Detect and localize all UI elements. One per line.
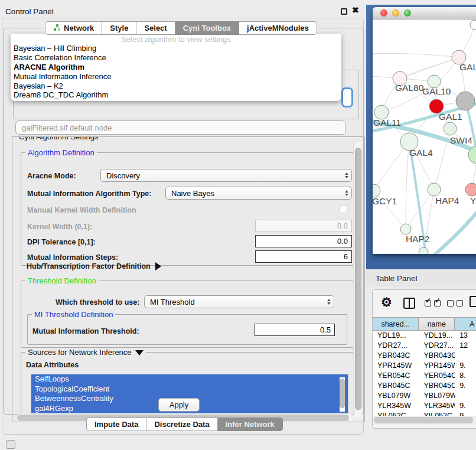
table-header: shared...nameA bbox=[373, 317, 476, 331]
table-cell: YBR043C bbox=[373, 351, 419, 361]
which-threshold-combo[interactable]: MI Threshold bbox=[144, 295, 334, 308]
combo-stepper-focused[interactable] bbox=[341, 87, 353, 107]
dropdown-item-basic-correlation-inference[interactable]: Basic Correlation Inference bbox=[11, 53, 341, 63]
node-label-gal80: GAL80 bbox=[395, 83, 424, 93]
dpi-tolerance-field[interactable] bbox=[255, 235, 352, 247]
settings-vertical-scrollbar[interactable] bbox=[353, 142, 362, 418]
tab-jactivemnodules[interactable]: jActiveMNodules bbox=[239, 21, 317, 35]
tab-style[interactable]: Style bbox=[102, 21, 136, 35]
aracne-mode-combo[interactable]: Discovery bbox=[100, 169, 352, 182]
dropdown-item-bayesian-hill-climbing[interactable]: Bayesian – Hill Climbing bbox=[11, 44, 341, 53]
network-node[interactable] bbox=[470, 20, 476, 30]
minimized-panel-icon[interactable] bbox=[6, 440, 15, 449]
attribute-item-topologicalcoefficient[interactable]: TopologicalCoefficient bbox=[31, 384, 348, 394]
attribute-list-scrollbar[interactable] bbox=[340, 377, 345, 412]
tab-network[interactable]: Network bbox=[45, 21, 102, 35]
minimize-button[interactable] bbox=[392, 9, 399, 17]
float-window-icon[interactable] bbox=[341, 8, 347, 15]
aracne-mode-label: Aracne Mode: bbox=[27, 172, 76, 180]
tab-label: Select bbox=[144, 24, 167, 32]
unchecked-box-icon[interactable] bbox=[457, 300, 463, 306]
dropdown-item-dream8-dc-tdc-algorithm[interactable]: Dream8 DC_TDC Algorithm bbox=[11, 90, 341, 100]
checked-box-icon[interactable]: ✓ bbox=[425, 300, 431, 306]
table-cell: YDL19... bbox=[419, 331, 455, 341]
attribute-item-selfloops[interactable]: SelfLoops bbox=[31, 374, 348, 384]
table-row[interactable]: YER054CYER054C8. bbox=[373, 371, 476, 381]
network-canvas[interactable]: GALGAL80GAL10GAL1GAL11GAL4GCY1HAP4YHAP2S… bbox=[373, 19, 476, 254]
tab-impute-data[interactable]: Impute Data bbox=[86, 418, 146, 431]
mi-threshold-group-title: MI Threshold Definition bbox=[32, 310, 115, 319]
network-node[interactable] bbox=[444, 122, 457, 135]
unchecked-box-icon[interactable] bbox=[447, 300, 454, 306]
app-screen: Control Panel ✖ galFiltered.sif default … bbox=[0, 0, 476, 450]
dropdown-item-mutual-information-inference[interactable]: Mutual Information Inference bbox=[11, 72, 341, 81]
manual-kernel-label: Manual Kernel Width Definition bbox=[27, 206, 136, 214]
table-cell: 8. bbox=[455, 371, 476, 381]
mi-threshold-field[interactable] bbox=[255, 324, 335, 336]
tab-label: Infer Network bbox=[226, 420, 275, 429]
mi-type-combo[interactable]: Naive Bayes bbox=[165, 187, 352, 200]
threshold-definition-title: Threshold Definition bbox=[25, 276, 99, 285]
mi-type-label: Mutual Information Algorithm Type: bbox=[27, 190, 151, 198]
hub-definition-label: Hub/Transcription Factor Definition bbox=[27, 262, 151, 270]
column-header-shared-[interactable]: shared... bbox=[373, 318, 419, 330]
table-cell: YLR345W bbox=[419, 401, 455, 411]
checked-box-icon[interactable]: ✓ bbox=[434, 300, 441, 306]
network-node[interactable] bbox=[456, 92, 475, 110]
columns-icon[interactable] bbox=[403, 298, 415, 309]
network-node-gcy1[interactable] bbox=[373, 184, 380, 197]
table-panel-bar: Table Panel bbox=[365, 269, 476, 287]
table-cell: YER054C bbox=[373, 371, 419, 381]
network-view-window[interactable]: GALGAL80GAL10GAL1GAL11GAL4GCY1HAP4YHAP2S… bbox=[373, 7, 476, 254]
apply-button[interactable]: Apply bbox=[158, 398, 200, 412]
tab-select[interactable]: Select bbox=[136, 21, 175, 35]
network-node[interactable] bbox=[419, 247, 428, 254]
network-selector-combo[interactable]: galFiltered.sif default node bbox=[15, 120, 346, 135]
table-horizontal-scrollbar[interactable] bbox=[373, 416, 476, 424]
table-row[interactable]: YDR27...YDR27...12 bbox=[373, 341, 476, 351]
table-row[interactable]: YPR145WYPR145W9. bbox=[373, 361, 476, 371]
close-icon[interactable]: ✖ bbox=[352, 5, 359, 15]
tab-label: Network bbox=[64, 24, 94, 32]
table-cell: YLR345W bbox=[373, 401, 419, 411]
mi-steps-field[interactable] bbox=[255, 250, 352, 263]
algorithm-dropdown-prompt: Select algorithm to view settings bbox=[11, 34, 341, 44]
table-body: YDL19...YDL19...13YDR27...YDR27...12YBR0… bbox=[373, 331, 476, 416]
table-row[interactable]: YBR045CYBR045C9. bbox=[373, 381, 476, 391]
table-row[interactable]: YIL052CYIL052C9 bbox=[373, 411, 476, 416]
table-cell bbox=[455, 391, 476, 401]
collapse-down-icon[interactable] bbox=[135, 350, 144, 356]
settings-group-title: Cyni Algorithm Settings bbox=[17, 136, 100, 141]
kernel-width-field[interactable] bbox=[255, 220, 352, 232]
network-node-y[interactable] bbox=[465, 183, 476, 196]
table-cell: YPR145W bbox=[419, 361, 455, 371]
gear-icon[interactable]: ⚙ bbox=[381, 295, 392, 309]
tab-infer-network[interactable]: Infer Network bbox=[218, 418, 283, 431]
table-cell: 13 bbox=[455, 331, 476, 341]
spinner-icon bbox=[342, 190, 351, 196]
hub-definition-expander[interactable]: Hub/Transcription Factor Definition bbox=[27, 262, 161, 270]
tab-cyni-toolbox[interactable]: Cyni Toolbox bbox=[175, 21, 239, 35]
node-label-hap2: HAP2 bbox=[406, 234, 430, 244]
expand-right-icon[interactable] bbox=[155, 262, 161, 270]
network-node-hap2[interactable] bbox=[400, 224, 411, 234]
table-row[interactable]: YBR043CYBR043C bbox=[373, 351, 476, 361]
tab-discretize-data[interactable]: Discretize Data bbox=[146, 418, 217, 431]
node-label-gal10: GAL10 bbox=[422, 86, 451, 96]
close-button[interactable] bbox=[380, 9, 387, 17]
dropdown-item-bayesian-k2[interactable]: Bayesian – K2 bbox=[11, 81, 341, 91]
column-header-name[interactable]: name bbox=[419, 318, 455, 330]
column-header-a[interactable]: A bbox=[455, 318, 476, 330]
document-icon[interactable] bbox=[470, 296, 476, 307]
network-window-titlebar[interactable] bbox=[373, 7, 476, 19]
table-cell: 9. bbox=[455, 361, 476, 371]
network-node-hap4[interactable] bbox=[428, 183, 441, 196]
zoom-button[interactable] bbox=[404, 9, 411, 17]
tab-label: Impute Data bbox=[94, 420, 138, 429]
manual-kernel-checkbox[interactable] bbox=[339, 205, 347, 213]
dropdown-item-aracne-algorithm[interactable]: ARACNE Algorithm bbox=[11, 63, 341, 72]
sources-group-title[interactable]: Sources for Network Inference bbox=[25, 348, 146, 357]
table-row[interactable]: YDL19...YDL19...13 bbox=[373, 331, 476, 341]
table-row[interactable]: YLR345WYLR345W9. bbox=[373, 401, 476, 411]
table-row[interactable]: YBL079WYBL079W bbox=[373, 391, 476, 401]
